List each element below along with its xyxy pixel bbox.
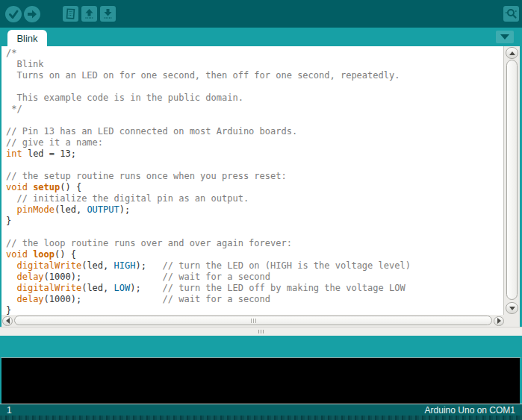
verify-button[interactable] (5, 6, 22, 22)
grip-icon (251, 319, 256, 323)
code-line: */ (6, 104, 503, 115)
horizontal-scroll-thumb[interactable] (14, 316, 492, 325)
tab-label: Blink (16, 33, 37, 44)
horizontal-scroll-track[interactable] (13, 316, 493, 326)
code-line: // the loop routine runs over and over a… (6, 238, 503, 249)
magnifier-icon (505, 7, 518, 20)
code-line: // give it a name: (6, 137, 503, 148)
code-line: pinMode(led, OUTPUT); (6, 204, 503, 216)
arrow-right-icon (26, 8, 38, 20)
code-line (6, 160, 503, 171)
code-line: void setup() { (6, 182, 503, 193)
open-button[interactable] (81, 6, 97, 22)
scroll-up-button[interactable] (506, 47, 518, 59)
code-line: } (6, 216, 503, 227)
tab-bar: Blink (0, 28, 522, 46)
code-line (6, 81, 503, 93)
code-line: Turns on an LED on for one second, then … (6, 70, 503, 81)
tab-blink[interactable]: Blink (7, 30, 47, 46)
status-bar: 1 Arduino Uno on COM1 (0, 404, 522, 416)
arrow-down-icon (102, 8, 114, 19)
code-area[interactable]: /* Blink Turns on an LED on for one seco… (1, 46, 503, 315)
upload-button[interactable] (24, 6, 40, 22)
scrollbar-corner (505, 315, 520, 327)
triangle-left-icon (6, 318, 10, 324)
code-line: // Pin 13 has an LED connected on most A… (6, 126, 503, 137)
scroll-right-button[interactable] (494, 316, 504, 326)
document-icon (65, 8, 76, 19)
code-line: This example code is in the public domai… (6, 93, 503, 104)
code-line: delay(1000); // wait for a second (6, 294, 503, 305)
code-line: // the setup routine runs once when you … (6, 171, 503, 182)
code-line (6, 115, 503, 126)
code-line: int led = 13; (6, 148, 503, 160)
tab-menu-button[interactable] (496, 31, 514, 43)
board-port-indicator: Arduino Uno on COM1 (425, 405, 515, 416)
message-strip (0, 336, 522, 357)
code-line: Blink (6, 59, 503, 70)
toolbar (0, 0, 522, 28)
arduino-ide-window: Blink /* Blink Turns on an LED on for on… (0, 0, 522, 420)
scroll-down-button[interactable] (506, 302, 518, 314)
vertical-scrollbar[interactable] (503, 46, 520, 315)
chevron-down-icon (500, 34, 509, 40)
serial-monitor-button[interactable] (503, 6, 519, 22)
code-line: digitalWrite(led, HIGH); // turn the LED… (6, 260, 503, 272)
vertical-scroll-thumb[interactable] (506, 60, 518, 300)
triangle-right-icon (497, 318, 501, 324)
code-line: delay(1000); // wait for a second (6, 272, 503, 283)
horizontal-scrollbar[interactable] (0, 315, 522, 327)
code-line: digitalWrite(led, LOW); // turn the LED … (6, 283, 503, 294)
code-line: } (6, 305, 503, 315)
arrow-up-icon (84, 8, 95, 19)
check-icon (7, 8, 19, 20)
code-line: // initialize the digital pin as an outp… (6, 193, 503, 204)
code-line: void loop() { (6, 249, 503, 260)
save-button[interactable] (100, 6, 116, 22)
new-sketch-button[interactable] (63, 6, 78, 22)
triangle-up-icon (509, 51, 515, 55)
line-number-indicator: 1 (7, 405, 12, 416)
code-line: /* (6, 48, 503, 59)
triangle-down-icon (509, 307, 515, 310)
editor-area: /* Blink Turns on an LED on for one seco… (0, 46, 522, 315)
console-splitter[interactable] (0, 327, 522, 336)
grip-icon (258, 330, 264, 333)
scroll-left-button[interactable] (2, 316, 13, 326)
code-line (6, 227, 503, 238)
console-output[interactable] (0, 357, 522, 404)
window-resize-edge[interactable] (0, 416, 522, 420)
